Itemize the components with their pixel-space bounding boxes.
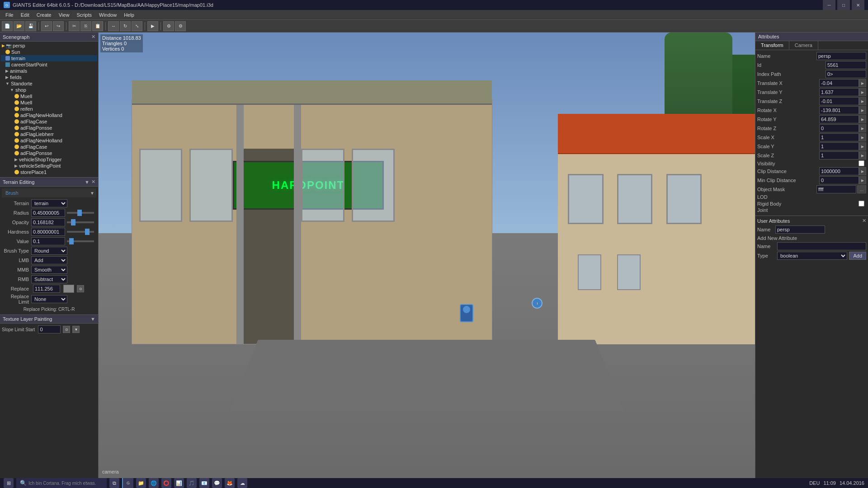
rz-arrow-btn[interactable]: ▶ <box>859 124 866 132</box>
attr-rz-value[interactable] <box>819 124 859 132</box>
attr-ry-value[interactable] <box>819 115 859 123</box>
minimize-button[interactable]: ─ <box>823 0 835 10</box>
tree-item-adFlagCase2[interactable]: adFlagCase <box>1 144 97 150</box>
slope-limit-input[interactable] <box>38 325 61 333</box>
toolbar-new[interactable]: 📄 <box>2 21 13 31</box>
object-mask-input[interactable] <box>818 187 854 192</box>
attr-tx-value[interactable] <box>819 79 859 87</box>
taskview-icon[interactable]: ⧉ <box>109 478 119 488</box>
value-input[interactable] <box>31 237 65 245</box>
viewport-scene[interactable]: HARDPOINT <box>99 33 755 478</box>
taskbar-app5[interactable]: 🦊 <box>225 478 235 488</box>
clip-distance-input[interactable] <box>821 169 857 174</box>
toolbar-undo[interactable]: ↩ <box>41 21 52 31</box>
menu-help[interactable]: Help <box>120 11 138 19</box>
objectmask-more-btn[interactable]: ... <box>857 185 866 193</box>
replace-pick-btn[interactable]: ⊙ <box>77 285 84 292</box>
maximize-button[interactable]: □ <box>837 0 850 10</box>
rx-arrow-btn[interactable]: ▶ <box>859 106 866 114</box>
opacity-slider[interactable] <box>67 221 94 223</box>
rotate-y-input[interactable] <box>821 117 857 122</box>
toolbar-cut[interactable]: ✂ <box>69 21 80 31</box>
cortana-search[interactable]: 🔍 Ich bin Cortana. Frag mich etwas. <box>16 478 107 488</box>
taskbar-app3[interactable]: 📧 <box>199 478 209 488</box>
tree-item-adFlagCase1[interactable]: adFlagCase <box>1 118 97 125</box>
taskbar-app2[interactable]: 🎵 <box>187 478 197 488</box>
texture-collapse-icon[interactable]: ▼ <box>90 316 95 322</box>
brush-type-select[interactable]: Round Square <box>31 247 67 255</box>
taskbar-app-giants[interactable]: G <box>122 478 133 488</box>
rigid-body-checkbox[interactable] <box>859 201 864 206</box>
terrain-close-icon[interactable]: ✕ <box>91 179 95 185</box>
attr-sz-value[interactable] <box>819 151 859 160</box>
taskbar-app6[interactable]: ☁ <box>237 478 247 488</box>
menu-view[interactable]: View <box>55 11 73 19</box>
menu-create[interactable]: Create <box>33 11 55 19</box>
tree-item-storePlace1[interactable]: storePlace1 <box>1 169 97 175</box>
tree-item-adFlagNewHolland2[interactable]: adFlagNewHolland <box>1 137 97 144</box>
tab-camera[interactable]: Camera <box>789 41 818 50</box>
tree-item-adFlagPonsse2[interactable]: adFlagPonsse <box>1 150 97 156</box>
scale-z-input[interactable] <box>821 153 857 158</box>
tree-item-terrain[interactable]: terrain <box>1 55 97 61</box>
taskbar-app1[interactable]: 📊 <box>174 478 184 488</box>
toolbar-open[interactable]: 📂 <box>14 21 24 31</box>
tree-item-sun[interactable]: Sun <box>1 49 97 55</box>
terrain-select[interactable]: terrain <box>31 199 67 207</box>
scenegraph-content[interactable]: ▶ 📷 persp Sun terrain careerStartPoint <box>0 42 98 177</box>
tx-arrow-btn[interactable]: ▶ <box>859 79 866 87</box>
replace-color-box[interactable] <box>63 285 74 293</box>
rmb-select[interactable]: Subtract Add Smooth <box>31 275 67 283</box>
tree-item-adFlagNewHolland1[interactable]: adFlagNewHolland <box>1 112 97 118</box>
attr-tz-value[interactable] <box>819 97 859 105</box>
close-button[interactable]: ✕ <box>852 0 864 10</box>
user-attr-close-icon[interactable]: ✕ <box>862 218 866 224</box>
ty-arrow-btn[interactable]: ▶ <box>859 88 866 96</box>
radius-input[interactable] <box>31 209 65 217</box>
toolbar-copy[interactable]: ⎘ <box>80 21 91 31</box>
menu-scripts[interactable]: Scripts <box>73 11 95 19</box>
tree-item-careerStartPoint[interactable]: careerStartPoint <box>1 61 97 68</box>
toolbar-play[interactable]: ▶ <box>147 21 158 31</box>
replace-limit-select[interactable]: None <box>31 295 67 303</box>
min-clip-distance-input[interactable] <box>821 178 857 183</box>
toolbar-settings2[interactable]: ⚙ <box>175 21 186 31</box>
translate-z-input[interactable] <box>821 99 857 104</box>
taskbar-explorer[interactable]: 📁 <box>136 478 146 488</box>
attr-minclipdist-value[interactable] <box>819 176 859 184</box>
lmb-select[interactable]: Add Subtract Smooth <box>31 256 67 264</box>
visibility-checkbox[interactable] <box>859 160 864 166</box>
tree-item-standorte[interactable]: ▼ Standorte <box>1 80 97 87</box>
toolbar-save[interactable]: 💾 <box>25 21 36 31</box>
viewport[interactable]: Distance 1018.83 Triangles 0 Vertices 0 <box>99 33 755 478</box>
attr-objectmask-value[interactable] <box>816 185 856 193</box>
tree-item-adFlagPonsse1[interactable]: adFlagPonsse <box>1 125 97 131</box>
clipdist-arrow-btn[interactable]: ▶ <box>859 167 866 175</box>
toolbar-rotate[interactable]: ↻ <box>120 21 131 31</box>
tree-item-fields[interactable]: ▶ fields <box>1 74 97 80</box>
terrain-collapse-icon[interactable]: ▼ <box>85 179 90 185</box>
tree-item-muell1[interactable]: Muell <box>1 93 97 99</box>
translate-y-input[interactable] <box>821 89 857 95</box>
tree-item-persp[interactable]: ▶ 📷 persp <box>1 42 97 49</box>
mmb-select[interactable]: Smooth Add Subtract <box>31 266 67 274</box>
taskbar-browser2[interactable]: ⭕ <box>161 478 171 488</box>
name-input[interactable] <box>818 53 863 59</box>
attr-clipdist-value[interactable] <box>819 167 859 175</box>
opacity-input[interactable] <box>31 218 65 226</box>
slope-pick-btn[interactable]: ⊙ <box>63 326 70 333</box>
scale-x-input[interactable] <box>821 135 857 140</box>
toolbar-settings1[interactable]: ⚙ <box>163 21 174 31</box>
hardness-slider[interactable] <box>67 231 94 233</box>
add-name-input[interactable] <box>777 242 866 250</box>
taskbar-browser1[interactable]: 🌐 <box>149 478 159 488</box>
slope-dropdown-btn[interactable]: ▼ <box>72 326 80 333</box>
menu-window[interactable]: Window <box>95 11 120 19</box>
toolbar-scale[interactable]: ⤡ <box>132 21 142 31</box>
add-type-select[interactable]: boolean integer float string <box>777 252 847 260</box>
brush-collapse-icon[interactable]: ▼ <box>90 191 94 196</box>
translate-x-input[interactable] <box>821 80 857 86</box>
toolbar-paste[interactable]: 📋 <box>92 21 103 31</box>
minclipdist-arrow-btn[interactable]: ▶ <box>859 176 866 184</box>
rotate-x-input[interactable] <box>821 108 857 113</box>
